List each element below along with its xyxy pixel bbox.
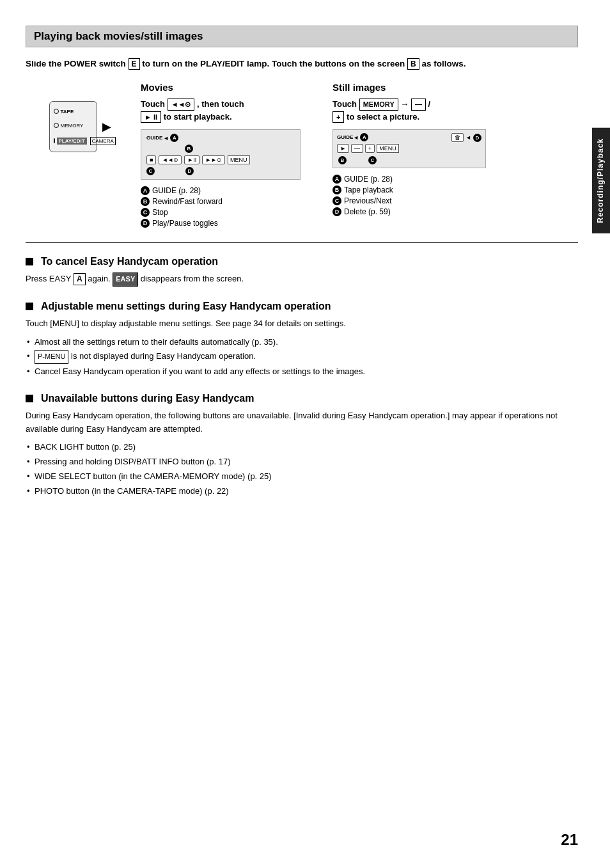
marker-c-movies: C bbox=[146, 167, 155, 175]
unavailable-title: Unavailable buttons during Easy Handycam bbox=[26, 393, 578, 404]
device-image-col: TAPE MEMORY PLAY/EDIT CAMERA ▶ bbox=[26, 82, 134, 152]
section-header: Playing back movies/still images bbox=[26, 26, 578, 47]
movies-ann-a: A GUIDE (p. 28) bbox=[141, 186, 320, 195]
ctrl-rewind: ◄◄⊙ bbox=[159, 155, 182, 164]
cancel-disappears: disappears from the screen. bbox=[141, 274, 244, 283]
unavailable-title-text: Unavailable buttons during Easy Handycam bbox=[41, 393, 254, 404]
camera-label: CAMERA bbox=[90, 137, 116, 145]
unavailable-body: During Easy Handycam operation, the foll… bbox=[26, 409, 578, 436]
movies-ann-d: D Play/Pause toggles bbox=[141, 219, 320, 228]
ann-marker-b: B bbox=[141, 197, 150, 206]
movies-control-panel: GUIDE ◄ A B ■ ◄◄⊙ ►II ►►⊙ MENU bbox=[141, 129, 301, 180]
adjustable-bullet-2: P-MENU is not displayed during Easy Hand… bbox=[26, 350, 578, 364]
unavailable-bullet-4: PHOTO button (in the CAMERA-TAPE mode) (… bbox=[26, 485, 578, 498]
still-ann-a: A GUIDE (p. 28) bbox=[332, 175, 578, 184]
intro-text3: as follows. bbox=[422, 59, 466, 68]
movies-col: Movies Touch ◄◄⊙ , then touch ► II to st… bbox=[134, 82, 320, 230]
still-select: to select a picture. bbox=[347, 112, 419, 122]
still-guide-label: GUIDE bbox=[337, 134, 353, 140]
memory-label: MEMORY bbox=[61, 123, 84, 129]
ann-text-c: Stop bbox=[152, 208, 168, 217]
adjustable-bullet-3: Cancel Easy Handycam operation if you wa… bbox=[26, 365, 578, 379]
still-ctrl-menu: MENU bbox=[377, 144, 399, 153]
still-ctrl-play: ► bbox=[337, 144, 349, 153]
still-ann-b: B Tape playback bbox=[332, 185, 578, 194]
still-ann-marker-c: C bbox=[332, 196, 341, 205]
still-slash: / bbox=[428, 99, 431, 109]
cancel-body: Press EASY A again. EASY disappears from… bbox=[26, 272, 578, 287]
still-ann-marker-d: D bbox=[332, 207, 341, 216]
cancel-title: To cancel Easy Handycam operation bbox=[26, 256, 578, 267]
box-b: B bbox=[407, 58, 419, 70]
still-marker-c: C bbox=[368, 156, 377, 164]
side-tab: Recording/Playback bbox=[592, 128, 610, 233]
ann-text-a: GUIDE (p. 28) bbox=[152, 186, 201, 195]
arrow-right: ▶ bbox=[102, 120, 111, 134]
ann-marker-d: D bbox=[141, 219, 150, 228]
movies-annotations: A GUIDE (p. 28) B Rewind/Fast forward C … bbox=[141, 186, 320, 228]
unavailable-section: Unavailable buttons during Easy Handycam… bbox=[26, 393, 578, 498]
playback-section: TAPE MEMORY PLAY/EDIT CAMERA ▶ Movies bbox=[26, 82, 578, 230]
still-ann-marker-b: B bbox=[332, 185, 341, 194]
unavailable-bullets: BACK LIGHT button (p. 25) Pressing and h… bbox=[26, 441, 578, 498]
movies-ann-c: C Stop bbox=[141, 208, 320, 217]
memory-btn: MEMORY bbox=[359, 99, 398, 110]
still-ctrl-trash: 🗑 bbox=[451, 133, 464, 142]
still-ann-d: D Delete (p. 59) bbox=[332, 207, 578, 216]
adjustable-title-text: Adjustable menu settings during Easy Han… bbox=[41, 301, 331, 312]
device-line-tape: TAPE bbox=[54, 109, 93, 114]
page-number: 21 bbox=[561, 831, 578, 849]
still-marker-b: B bbox=[338, 156, 347, 164]
still-ann-text-a: GUIDE (p. 28) bbox=[344, 175, 393, 184]
movies-title: Movies bbox=[141, 82, 320, 93]
still-ann-text-d: Delete (p. 59) bbox=[344, 207, 391, 216]
device-line-play: PLAY/EDIT CAMERA bbox=[54, 137, 93, 145]
still-ann-text-b: Tape playback bbox=[344, 185, 393, 194]
unavailable-bullet-2-text: Pressing and holding DISP/BATT INFO butt… bbox=[35, 457, 231, 466]
tape-label: TAPE bbox=[61, 109, 74, 114]
to-start: to start playback. bbox=[164, 112, 232, 122]
still-touch: Touch bbox=[332, 99, 359, 109]
black-square-unavailable bbox=[26, 395, 33, 402]
cancel-section: To cancel Easy Handycam operation Press … bbox=[26, 256, 578, 287]
page-container: Recording/Playback Playing back movies/s… bbox=[0, 0, 610, 868]
marker-d-movies: D bbox=[185, 167, 194, 175]
device-diagram: TAPE MEMORY PLAY/EDIT CAMERA ▶ bbox=[49, 101, 111, 152]
cancel-again: again. bbox=[88, 274, 110, 283]
ann-marker-a: A bbox=[141, 186, 150, 195]
box-e: E bbox=[129, 58, 140, 70]
then-touch: , then touch bbox=[197, 99, 244, 109]
still-images-title: Still images bbox=[332, 82, 578, 93]
black-square-cancel bbox=[26, 258, 33, 265]
ann-marker-c: C bbox=[141, 208, 150, 217]
adjustable-bullet-1-text: Almost all the settings return to their … bbox=[35, 337, 278, 347]
still-ctrl-minus: — bbox=[351, 144, 363, 153]
still-ann-text-c: Previous/Next bbox=[344, 196, 392, 205]
ann-text-d: Play/Pause toggles bbox=[152, 219, 218, 228]
adjustable-bullet-3-text: Cancel Easy Handycam operation if you wa… bbox=[35, 367, 365, 376]
intro-text1: Slide the POWER switch bbox=[26, 59, 126, 68]
device-line-memory: MEMORY bbox=[54, 123, 93, 129]
touch-label: Touch bbox=[141, 99, 168, 109]
still-panel-left: GUIDE ◄ A ► — + MENU bbox=[337, 133, 399, 154]
unavailable-bullet-4-text: PHOTO button (in the CAMERA-TAPE mode) (… bbox=[35, 486, 229, 496]
still-ann-marker-a: A bbox=[332, 175, 341, 184]
p-menu-label: P-MENU bbox=[35, 350, 68, 364]
black-square-adjustable bbox=[26, 303, 33, 310]
unavailable-bullet-2: Pressing and holding DISP/BATT INFO butt… bbox=[26, 455, 578, 469]
device-body: TAPE MEMORY PLAY/EDIT CAMERA bbox=[49, 101, 97, 152]
still-annotations: A GUIDE (p. 28) B Tape playback C Previo… bbox=[332, 175, 578, 216]
still-panel-right: 🗑 ◄ D bbox=[451, 133, 481, 142]
adjustable-bullet-1: Almost all the settings return to their … bbox=[26, 336, 578, 349]
still-ctrl-plus: + bbox=[365, 144, 375, 153]
adjustable-section: Adjustable menu settings during Easy Han… bbox=[26, 301, 578, 379]
unavailable-bullet-3-text: WIDE SELECT button (in the CAMERA-MEMORY… bbox=[35, 471, 272, 481]
unavailable-bullet-1-text: BACK LIGHT button (p. 25) bbox=[35, 442, 136, 452]
adjustable-body: Touch [MENU] to display adjustable menu … bbox=[26, 317, 578, 331]
unavailable-bullet-1: BACK LIGHT button (p. 25) bbox=[26, 441, 578, 454]
circle-play bbox=[54, 138, 55, 143]
still-control-panel: GUIDE ◄ A ► — + MENU 🗑 bbox=[332, 129, 486, 168]
ctrl-stop: ■ bbox=[146, 155, 156, 164]
cancel-press: Press EASY bbox=[26, 274, 71, 283]
play-label: PLAY/EDIT bbox=[57, 138, 87, 145]
